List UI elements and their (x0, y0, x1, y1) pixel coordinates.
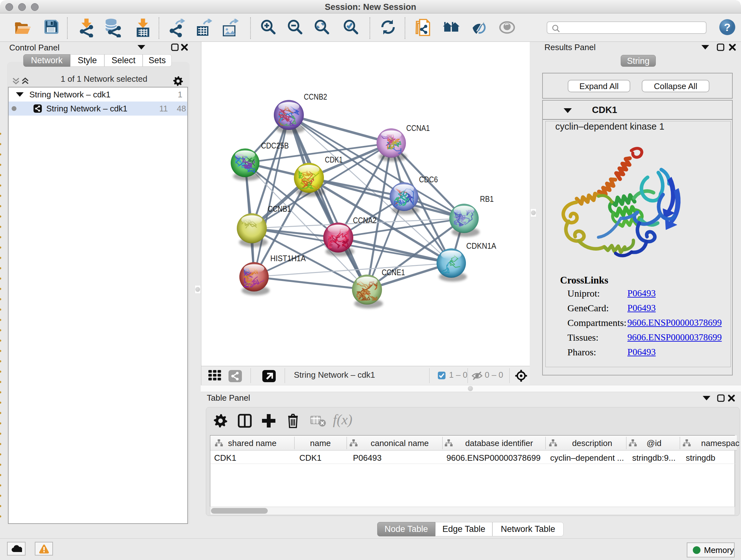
svg-text:HIST1H1A: HIST1H1A (270, 253, 306, 263)
svg-text:CDKN1A: CDKN1A (466, 241, 496, 251)
svg-text:CDC6: CDC6 (419, 175, 438, 184)
svg-text:?: ? (724, 21, 731, 33)
svg-text:CCNA2: CCNA2 (353, 215, 377, 225)
svg-text:CCNA1: CCNA1 (406, 123, 430, 133)
svg-text:CCNB2: CCNB2 (304, 92, 327, 102)
svg-text:RB1: RB1 (480, 194, 494, 204)
svg-text:CDK1: CDK1 (325, 155, 343, 165)
svg-text:CCNB1: CCNB1 (268, 204, 291, 213)
svg-text:CCNE1: CCNE1 (382, 267, 405, 277)
svg-text:CDC25B: CDC25B (261, 141, 289, 150)
